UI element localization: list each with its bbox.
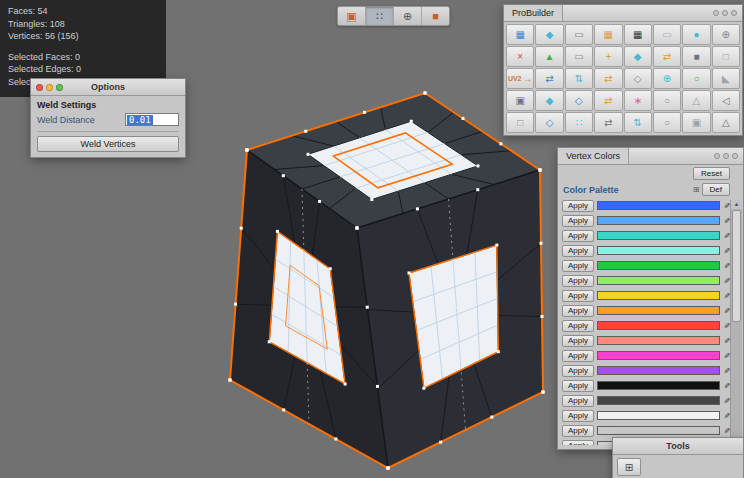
bevel-edges-button[interactable]: ◆ (535, 90, 563, 111)
window-control-dot[interactable] (723, 153, 729, 159)
color-swatch[interactable] (597, 336, 720, 345)
insert-edge-loop-button[interactable]: ○ (682, 68, 710, 89)
apply-color-button[interactable]: Apply (562, 365, 594, 377)
fill-hole-button[interactable]: ◇ (624, 68, 652, 89)
shrink-selection-button[interactable]: ◇ (535, 112, 563, 133)
options-titlebar[interactable]: Options (31, 79, 185, 96)
color-swatch[interactable] (597, 321, 720, 330)
select-by-color-button[interactable]: △ (712, 112, 740, 133)
collapse-vertices-button[interactable]: ⇅ (565, 68, 593, 89)
select-edge-loop-button[interactable]: ⇅ (624, 112, 652, 133)
window-control-dot[interactable] (714, 153, 720, 159)
merge-faces-button[interactable]: ⇄ (594, 90, 622, 111)
select-by-material-button[interactable]: ▣ (682, 112, 710, 133)
probuilder-tab[interactable]: ProBuilder (504, 5, 563, 21)
viewport-cube[interactable] (150, 80, 580, 478)
generate-uv2-button[interactable]: UV2→ (506, 68, 534, 89)
apply-color-button[interactable]: Apply (562, 320, 594, 332)
split-vertices-button[interactable]: ⇄ (594, 68, 622, 89)
uv-editor-button[interactable]: ▭ (653, 24, 681, 45)
conform-normals-button[interactable]: △ (682, 90, 710, 111)
subtract-boolean-button[interactable]: ▭ (565, 46, 593, 67)
color-swatch[interactable] (597, 291, 720, 300)
material-editor-button[interactable]: ▦ (594, 24, 622, 45)
color-swatch[interactable] (597, 366, 720, 375)
object-select-button[interactable]: ▣ (338, 7, 366, 25)
color-swatch[interactable] (597, 396, 720, 405)
merge-objects-button[interactable]: + (594, 46, 622, 67)
apply-color-button[interactable]: Apply (562, 200, 594, 212)
bridge-edges-button[interactable]: ▣ (506, 90, 534, 111)
window-control-dot[interactable] (732, 153, 738, 159)
offset-elements-button[interactable]: ◁ (712, 90, 740, 111)
detach-faces-button[interactable]: × (506, 46, 534, 67)
color-swatch[interactable] (597, 216, 720, 225)
weld-distance-input[interactable]: 0.01 (125, 113, 179, 126)
color-swatch[interactable] (597, 246, 720, 255)
vertex-colors-titlebar[interactable]: Vertex Colors (558, 148, 743, 165)
weld-vertices-button[interactable]: ⇄ (535, 68, 563, 89)
select-edge-ring-button[interactable]: ⇄ (594, 112, 622, 133)
export-asset-button[interactable]: ▲ (535, 46, 563, 67)
color-swatch[interactable] (597, 201, 720, 210)
probuilder-titlebar[interactable]: ProBuilder (504, 5, 742, 22)
apply-color-button[interactable]: Apply (562, 230, 594, 242)
apply-color-button[interactable]: Apply (562, 425, 594, 437)
flip-object-normals-button[interactable]: ⇄ (653, 46, 681, 67)
color-swatch[interactable] (597, 426, 720, 435)
connect-vertices-button[interactable]: ⊕ (653, 68, 681, 89)
apply-color-button[interactable]: Apply (562, 380, 594, 392)
apply-color-button[interactable]: Apply (562, 440, 594, 446)
vertex-colors-tab[interactable]: Vertex Colors (558, 148, 629, 164)
new-shape-button[interactable]: ▦ (506, 24, 534, 45)
apply-color-button[interactable]: Apply (562, 260, 594, 272)
color-swatch[interactable] (597, 261, 720, 270)
scroll-up-icon[interactable]: ▲ (731, 200, 742, 209)
subdivide-faces-button[interactable]: ∗ (624, 90, 652, 111)
maximize-icon[interactable] (56, 84, 63, 91)
vertex-color-editor-button[interactable]: ● (682, 24, 710, 45)
grow-selection-button[interactable]: □ (506, 112, 534, 133)
reset-button[interactable]: Reset (693, 167, 730, 180)
vertex-select-button[interactable]: ∷ (366, 7, 394, 25)
vertex-paint-tool-button[interactable]: ⊞ (617, 458, 641, 476)
window-control-dot[interactable] (713, 10, 719, 16)
palette-preset-def-button[interactable]: Def (702, 183, 730, 196)
new-poly-shape-button[interactable]: ◆ (535, 24, 563, 45)
vertex-colors-scrollbar[interactable]: ▲ ▼ (730, 200, 742, 448)
apply-color-button[interactable]: Apply (562, 395, 594, 407)
color-swatch[interactable] (597, 381, 720, 390)
color-swatch[interactable] (597, 351, 720, 360)
apply-color-button[interactable]: Apply (562, 335, 594, 347)
triangulate-faces-button[interactable]: ◇ (565, 90, 593, 111)
scrollbar-thumb[interactable] (732, 210, 741, 322)
face-select-button[interactable]: ■ (422, 7, 449, 25)
apply-color-button[interactable]: Apply (562, 305, 594, 317)
apply-color-button[interactable]: Apply (562, 350, 594, 362)
apply-color-button[interactable]: Apply (562, 245, 594, 257)
edge-select-button[interactable]: ⊕ (394, 7, 422, 25)
flip-face-normals-button[interactable]: ○ (653, 90, 681, 111)
center-pivot-button[interactable]: □ (712, 46, 740, 67)
window-control-dot[interactable] (722, 10, 728, 16)
select-hole-button[interactable]: ○ (653, 112, 681, 133)
color-swatch[interactable] (597, 276, 720, 285)
apply-color-button[interactable]: Apply (562, 215, 594, 227)
new-bezier-shape-button[interactable]: ▭ (565, 24, 593, 45)
smoothing-editor-button[interactable]: ▦ (624, 24, 652, 45)
mirror-objects-button[interactable]: ◆ (624, 46, 652, 67)
extrude-faces-button[interactable]: ◣ (712, 68, 740, 89)
apply-color-button[interactable]: Apply (562, 410, 594, 422)
close-icon[interactable] (36, 84, 43, 91)
window-control-dot[interactable] (731, 10, 737, 16)
apply-color-button[interactable]: Apply (562, 275, 594, 287)
color-swatch[interactable] (597, 411, 720, 420)
weld-vertices-button[interactable]: Weld Vertices (37, 136, 179, 152)
color-swatch[interactable] (597, 306, 720, 315)
color-swatch[interactable] (597, 231, 720, 240)
invert-selection-button[interactable]: ∷ (565, 112, 593, 133)
handle-orientation-button[interactable]: ⊕ (712, 24, 740, 45)
minimize-icon[interactable] (46, 84, 53, 91)
freeze-transform-button[interactable]: ■ (682, 46, 710, 67)
apply-color-button[interactable]: Apply (562, 290, 594, 302)
